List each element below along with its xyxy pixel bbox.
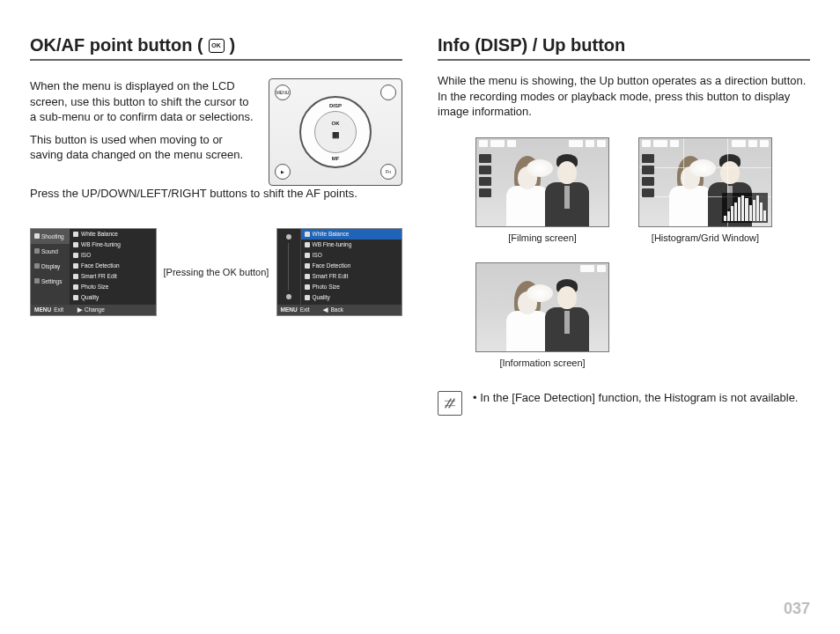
para-1: When the menu is displayed on the LCD sc… (30, 78, 254, 125)
af-point-center-icon: ▦ (315, 131, 356, 139)
menu-screenshot-submenu: White Balance WB Fine-tuning ISO Face De… (276, 228, 403, 316)
menu-item: WB Fine-tuning (301, 240, 402, 250)
ok-center-label: OK (315, 121, 356, 126)
menu-foot-back: ◀Back (323, 306, 343, 313)
menu-item: Face Detection (70, 261, 156, 271)
histogram-icon (722, 193, 768, 223)
menu-foot-exit: MENUExit (281, 306, 310, 313)
filming-caption: [Filming screen] (475, 232, 611, 243)
menu-item: Smart FR Edit (301, 271, 402, 282)
left-column: OK/AF point button ( OK ) When the menu … (30, 35, 402, 416)
menu-item: ISO (70, 250, 156, 261)
menu-item-selected: White Balance (301, 229, 402, 240)
menu-tab-settings: Settings (31, 274, 70, 289)
menu-item: Face Detection (301, 261, 402, 271)
menu-item: Quality (301, 292, 402, 303)
note-icon (438, 391, 462, 416)
menu-tab-shooting: Shooting (31, 229, 70, 244)
blank-button-illus (380, 85, 396, 100)
histogram-grid-screen (638, 137, 772, 227)
filming-screen-block: [Filming screen] (475, 137, 611, 243)
info-caption: [Information screen] (475, 358, 611, 368)
disp-label: DISP (301, 103, 370, 108)
menu-item: White Balance (70, 229, 156, 240)
heading-info-disp: Info (DISP) / Up button (438, 35, 810, 61)
histogram-caption: [Histogram/Grid Window] (637, 232, 774, 243)
menu-item: Photo Size (301, 282, 402, 292)
menu-item: WB Fine-tuning (70, 240, 156, 250)
filming-screen (475, 137, 609, 227)
information-screen (475, 262, 609, 352)
para-3: Press the UP/DOWN/LEFT/RIGHT buttons to … (30, 186, 402, 202)
right-column: Info (DISP) / Up button While the menu i… (438, 35, 810, 416)
camera-controls-illustration: MENU ▶ Fn DISP MF OK ▦ (269, 78, 402, 186)
menu-item: Quality (70, 292, 156, 303)
menu-button-illus: MENU (275, 85, 291, 100)
menu-screenshot-main: Shooting Sound Display Settings White Ba… (30, 228, 157, 316)
mf-label: MF (301, 156, 370, 161)
heading-text-b: ) (230, 35, 236, 55)
menu-tab-sound: Sound (31, 244, 70, 259)
pressing-ok-caption: [Pressing the OK button] (164, 267, 269, 277)
menu-item: Smart FR Edit (70, 271, 156, 282)
menu-item: ISO (301, 250, 402, 261)
para-2: This button is used when moving to or sa… (30, 132, 254, 163)
page-number: 037 (784, 600, 810, 618)
histogram-screen-block: [Histogram/Grid Window] (637, 137, 774, 243)
menu-transition-illustration: Shooting Sound Display Settings White Ba… (30, 228, 402, 316)
para-right: While the menu is showing, the Up button… (438, 73, 810, 120)
menu-foot-exit: MENUExit (34, 306, 63, 313)
note-block: In the [Face Detection] function, the Hi… (438, 391, 810, 416)
playback-button-illus: ▶ (275, 164, 291, 180)
control-dial: DISP MF OK ▦ (299, 96, 372, 168)
menu-tab-display: Display (31, 259, 70, 274)
menu-foot-change: ▶Change (77, 306, 105, 313)
note-text: In the [Face Detection] function, the Hi… (473, 391, 798, 404)
heading-ok-af: OK/AF point button ( OK ) (30, 35, 402, 61)
ok-button-illus: OK ▦ (314, 111, 357, 153)
fn-button-illus: Fn (380, 164, 396, 180)
heading-text-a: OK/AF point button ( (30, 35, 203, 55)
ok-af-icon: OK (209, 39, 225, 53)
menu-item: Photo Size (70, 282, 156, 292)
info-screen-block: [Information screen] (475, 262, 611, 368)
